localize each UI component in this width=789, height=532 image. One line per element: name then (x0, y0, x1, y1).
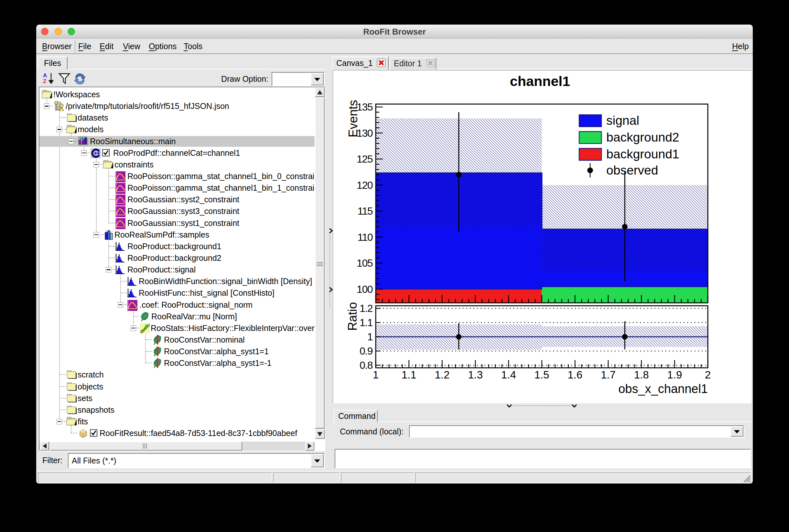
svg-text:channel1: channel1 (510, 73, 570, 89)
svg-text:1.1: 1.1 (360, 317, 373, 328)
svg-text:1.2: 1.2 (360, 303, 373, 314)
svg-text:0.8: 0.8 (360, 359, 373, 371)
svg-text:Ratio: Ratio (346, 302, 359, 331)
svg-text:observed: observed (606, 163, 658, 177)
svg-text:Events: Events (346, 100, 360, 137)
svg-text:1.5: 1.5 (534, 369, 549, 381)
svg-text:1.1: 1.1 (401, 369, 416, 381)
svg-text:1.3: 1.3 (468, 369, 483, 381)
svg-text:0.9: 0.9 (360, 345, 373, 357)
svg-text:background2: background2 (606, 130, 679, 144)
svg-text:obs_x_channel1: obs_x_channel1 (618, 382, 708, 396)
svg-text:120: 120 (357, 179, 373, 191)
svg-text:signal: signal (606, 113, 639, 127)
svg-text:100: 100 (357, 283, 373, 295)
svg-text:A: A (43, 72, 47, 78)
svg-text:1: 1 (373, 369, 379, 381)
svg-text:110: 110 (357, 231, 373, 243)
svg-text:Z: Z (43, 78, 46, 84)
svg-text:115: 115 (357, 205, 373, 217)
svg-text:1.9: 1.9 (667, 369, 682, 381)
svg-text:2: 2 (705, 369, 711, 381)
svg-text:105: 105 (357, 257, 373, 269)
svg-text:125: 125 (357, 153, 373, 165)
svg-text:1.7: 1.7 (601, 369, 616, 381)
svg-text:1.2: 1.2 (435, 369, 449, 381)
svg-text:1: 1 (367, 331, 373, 343)
svg-text:1.8: 1.8 (634, 369, 649, 381)
svg-text:1.4: 1.4 (501, 369, 516, 381)
svg-text:background1: background1 (606, 147, 679, 161)
svg-text:1.6: 1.6 (567, 369, 582, 381)
